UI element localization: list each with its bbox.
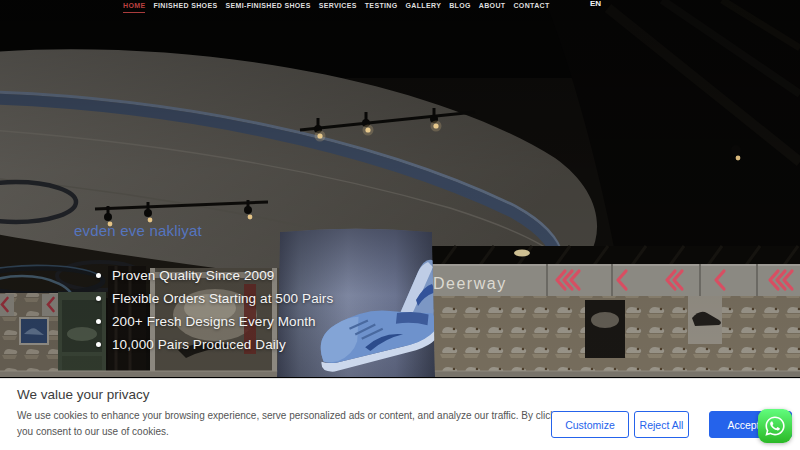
nav-item-about[interactable]: ABOUT [479,0,506,12]
reject-all-button[interactable]: Reject All [634,411,689,438]
deerway-sign-band: Deerway [425,264,800,296]
nav-item-finished-shoes[interactable]: FINISHED SHOES [153,0,217,12]
customize-button[interactable]: Customize [551,411,629,438]
cookie-title: We value your privacy [17,387,150,402]
whatsapp-button[interactable] [758,409,792,443]
tagline-link[interactable]: evden eve nakliyat [74,222,202,239]
main-nav: HOME FINISHED SHOES SEMI-FINISHED SHOES … [123,0,550,13]
nav-item-gallery[interactable]: GALLERY [406,0,442,12]
nav-item-services[interactable]: SERVICES [319,0,357,12]
cookie-message-line2: you consent to our use of cookies. [17,426,169,437]
page: Deerway [0,0,800,450]
hero-bullet-list: Proven Quality Since 2009 Flexible Order… [96,264,333,356]
nav-item-testing[interactable]: TESTING [365,0,398,12]
nav-item-semi-finished-shoes[interactable]: SEMI-FINISHED SHOES [225,0,310,12]
deerway-sign-text: Deerway [433,275,507,292]
nav-item-home[interactable]: HOME [123,0,145,13]
hero-bullet: 10,000 Pairs Produced Daily [96,333,333,356]
cookie-message: We use cookies to enhance your browsing … [17,408,625,439]
whatsapp-icon [764,415,786,437]
cookie-consent-banner: We value your privacy We use cookies to … [0,378,800,450]
nav-item-blog[interactable]: BLOG [449,0,471,12]
nav-item-contact[interactable]: CONTACT [513,0,549,12]
cookie-message-line1: We use cookies to enhance your browsing … [17,410,625,421]
hero-bullet: Proven Quality Since 2009 [96,264,333,287]
language-selector[interactable]: EN [590,0,601,8]
hero-bullet: 200+ Fresh Designs Every Month [96,310,333,333]
hero-bullet: Flexible Orders Starting at 500 Pairs [96,287,333,310]
